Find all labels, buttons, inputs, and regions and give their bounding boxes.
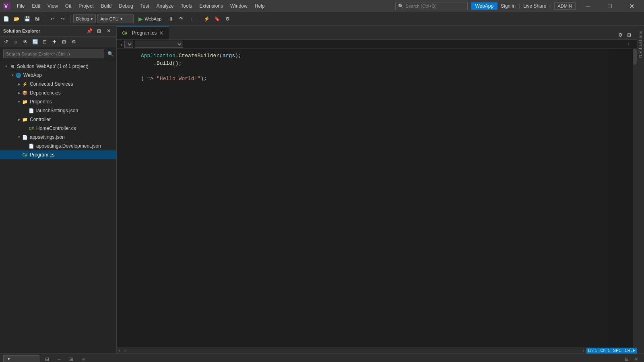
save-all-btn[interactable]: 🖫 [33,14,42,23]
toolbar: 📄 📂 💾 🖫 ↩ ↪ Debug ▾ Any CPU ▾ ▶ WebApp ⏸… [0,12,644,26]
menu-view[interactable]: View [44,2,61,10]
bottom-btn-2[interactable]: ↔ [55,355,64,362]
se-settings-btn[interactable]: ⚙ [69,37,78,46]
tab-split-icon[interactable]: ⊟ [625,31,634,39]
se-float-btn[interactable]: ⊞ [95,27,103,35]
menu-file[interactable]: File [14,2,28,10]
breadcrumb-add-btn[interactable]: + [624,40,633,49]
new-project-btn[interactable]: 📄 [2,14,10,23]
separator-3 [199,15,199,23]
scroll-left-btn[interactable]: ‹ [117,348,122,354]
se-filter-btn[interactable]: ⊞ [60,37,68,46]
bottom-panel: ▾ ⊟ ↔ ⊞ ≡ ⊟ ✕ [0,353,644,362]
se-search-input[interactable]: Search Solution Explorer (Ctrl+;) [3,49,104,58]
vertical-scrollbar[interactable] [633,49,637,348]
search-box[interactable]: 🔍 Search (Ctrl+Q) [395,2,468,10]
se-refresh-btn[interactable]: 🔄 [31,37,39,46]
cs-icon: ⚡ [22,81,28,87]
menu-build[interactable]: Build [98,2,115,10]
prop-icon: 📁 [22,99,28,105]
menu-analyze[interactable]: Analyze [153,2,177,10]
menu-extensions[interactable]: Extensions [196,2,226,10]
maximize-button[interactable]: □ [601,0,619,12]
tab-settings-icon[interactable]: ⚙ [616,31,625,39]
tree-solution[interactable]: ▾ ⊞ Solution 'WebApp' (1 of 1 project) [0,62,116,71]
scroll-right-btn[interactable]: › [581,348,586,354]
bottom-btn-1[interactable]: ⊟ [43,355,52,362]
pause-btn[interactable]: ⏸ [166,14,175,23]
ls-expand-icon [23,108,28,113]
menu-window[interactable]: Window [227,2,251,10]
debug-dropdown[interactable]: Debug ▾ [73,14,96,23]
tree-appsettings[interactable]: ▾ 📄 appsettings.json [0,133,116,142]
asd-label: appsettings.Development.json [36,143,101,149]
tree-appsettings-dev[interactable]: 📄 appsettings.Development.json [0,142,116,150]
se-search-btn[interactable]: 🔍 [106,49,115,58]
tree-connected-services[interactable]: ▶ ⚡ Connected Services [0,80,116,88]
profile-btn[interactable]: ⚡ [202,14,211,23]
separator-2 [70,15,70,23]
se-home-btn[interactable]: ⌂ [11,37,20,46]
tree-properties[interactable]: ▾ 📁 Properties [0,97,116,106]
menu-test[interactable]: Test [137,2,153,10]
minimize-button[interactable]: ─ [579,0,597,12]
prop-expand-icon: ▾ [16,99,22,105]
breadcrumb-left-arrow[interactable]: ‹ [121,41,123,47]
tree-controller[interactable]: ▶ 📁 Controller [0,115,116,124]
code-editor[interactable]: Application.CreateBuilder(args); .Build(… [117,49,609,348]
se-collapse-btn[interactable]: ⊟ [40,37,49,46]
bottom-float-btn[interactable]: ⊟ [622,355,631,362]
sign-in-button[interactable]: Sign in [501,3,516,9]
breadcrumb-dropdown-right[interactable] [135,41,183,48]
se-show-all-btn[interactable]: 👁 [21,37,30,46]
menu-git[interactable]: Git [62,2,74,10]
open-btn[interactable]: 📂 [12,14,21,23]
se-sync-btn[interactable]: ↺ [2,37,10,46]
se-close-btn[interactable]: ✕ [104,27,113,35]
horizontal-scrollbar[interactable]: ‹ ‹ › Ln: 1 Ch: 1 SPC CRLF [117,348,637,353]
vs-logo-icon: V [3,2,10,10]
bottom-dropdown[interactable]: ▾ [3,355,39,362]
webapp-button[interactable]: WebApp [471,2,497,10]
dep-label: Dependencies [30,90,61,96]
pc-icon: C# [22,152,28,158]
menu-debug[interactable]: Debug [116,2,136,10]
se-new-btn[interactable]: ✚ [50,37,59,46]
bookmark-btn[interactable]: 🔖 [213,14,221,23]
close-button[interactable]: ✕ [622,0,641,12]
title-bar-left: V File Edit View Git Project Build Debug… [3,2,268,10]
menu-help[interactable]: Help [252,2,268,10]
save-btn[interactable]: 💾 [23,14,31,23]
bottom-panel-actions: ⊟ ✕ [622,355,641,362]
tree-homecontroller[interactable]: C# HomeController.cs [0,124,116,133]
bottom-panel-header: ▾ ⊟ ↔ ⊞ ≡ ⊟ ✕ [0,354,644,362]
menu-tools[interactable]: Tools [178,2,195,10]
admin-button[interactable]: ADMIN [554,2,576,10]
menu-project[interactable]: Project [75,2,97,10]
step-into-btn[interactable]: ↓ [187,14,196,23]
bottom-btn-3[interactable]: ⊞ [67,355,76,362]
tab-close-btn[interactable]: ✕ [159,30,164,36]
scroll-left-btn2[interactable]: ‹ [122,348,128,354]
editor-with-scrollbar: Application.CreateBuilder(args); .Build(… [117,49,637,348]
bottom-btn-4[interactable]: ≡ [79,355,88,362]
scrollbar-thumb[interactable] [633,49,637,65]
tree-webapp[interactable]: ▾ 🌐 WebApp [0,71,116,80]
breadcrumb-dropdown-left[interactable] [124,41,133,48]
run-button[interactable]: ▶ WebApp [135,15,165,23]
tree-launchsettings[interactable]: 📄 launchSettings.json [0,106,116,115]
bottom-close-btn[interactable]: ✕ [632,355,641,362]
menu-edit[interactable]: Edit [29,2,43,10]
se-pin-btn[interactable]: 📌 [85,27,94,35]
settings-btn[interactable]: ⚙ [223,14,232,23]
redo-btn[interactable]: ↪ [58,14,67,23]
undo-btn[interactable]: ↩ [48,14,57,23]
live-share-button[interactable]: Live Share [523,3,546,9]
tab-bar: C# Program.cs ✕ ⚙ ⊟ [117,26,637,40]
tab-program-cs[interactable]: C# Program.cs ✕ [117,26,169,39]
tree-program-cs[interactable]: C# Program.cs [0,150,116,159]
tree-dependencies[interactable]: ▶ 📦 Dependencies [0,88,116,97]
cpu-dropdown[interactable]: Any CPU ▾ [97,14,134,23]
step-over-btn[interactable]: ↷ [177,14,186,23]
webapp-label: WebApp [23,72,42,78]
